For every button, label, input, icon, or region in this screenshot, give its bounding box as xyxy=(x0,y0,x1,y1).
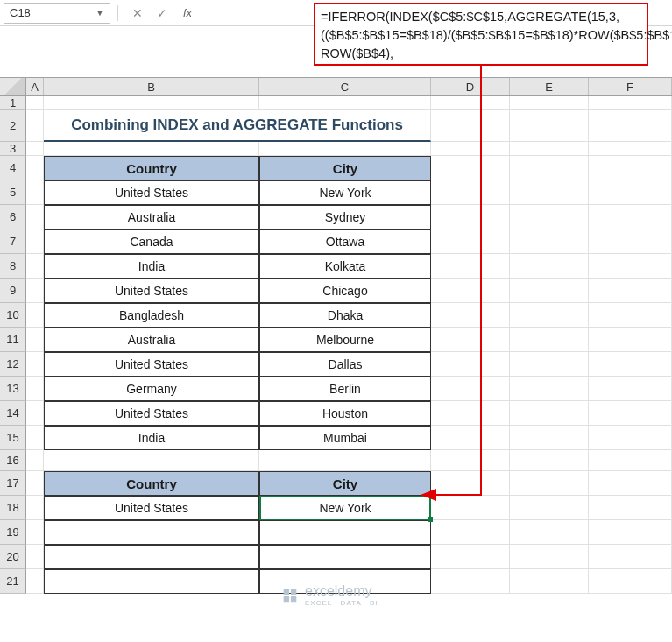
name-box[interactable]: C18 ▼ xyxy=(4,3,110,24)
t1-hdr-city[interactable]: City xyxy=(259,156,431,180)
watermark: exceldemy EXCEL · DATA · BI xyxy=(280,583,378,607)
cancel-formula-icon[interactable]: ✕ xyxy=(129,4,146,22)
col-header-E[interactable]: E xyxy=(510,78,589,95)
row-header-7[interactable]: 7 xyxy=(0,229,26,254)
row-headers: 1 2 3 4 5 6 7 8 9 10 11 12 13 14 15 16 1… xyxy=(0,96,26,594)
t2-r0-country[interactable]: United States xyxy=(44,496,259,520)
column-headers: A B C D E F xyxy=(0,77,672,96)
t1-r3-city[interactable]: Kolkata xyxy=(259,254,431,279)
col-header-B[interactable]: B xyxy=(44,78,259,95)
page-title: Combining INDEX and AGGREGATE Functions xyxy=(44,110,431,142)
callout-line-horizontal xyxy=(436,494,482,496)
t1-r8-city[interactable]: Berlin xyxy=(259,377,431,401)
row-header-17[interactable]: 17 xyxy=(0,471,26,496)
row-header-21[interactable]: 21 xyxy=(0,569,26,594)
row-header-16[interactable]: 16 xyxy=(0,450,26,471)
watermark-main: exceldemy xyxy=(305,583,371,598)
row-header-9[interactable]: 9 xyxy=(0,279,26,303)
spreadsheet: A B C D E F 1 2 3 4 5 6 7 8 9 10 11 12 1… xyxy=(0,77,672,642)
divider xyxy=(117,5,118,21)
t1-r2-country[interactable]: Canada xyxy=(44,229,259,254)
row-header-12[interactable]: 12 xyxy=(0,352,26,377)
t2-hdr-city[interactable]: City xyxy=(259,471,431,496)
row-header-18[interactable]: 18 xyxy=(0,496,26,520)
formula-bar-input[interactable]: =IFERROR(INDEX($C$5:$C$15,AGGREGATE(15,3… xyxy=(314,3,648,66)
t1-hdr-country[interactable]: Country xyxy=(44,156,259,180)
t2-r1-country[interactable] xyxy=(44,520,259,545)
row-header-14[interactable]: 14 xyxy=(0,401,26,426)
row-header-19[interactable]: 19 xyxy=(0,520,26,545)
t1-r5-country[interactable]: Bangladesh xyxy=(44,303,259,328)
name-box-value: C18 xyxy=(10,6,95,19)
t1-r4-country[interactable]: United States xyxy=(44,279,259,303)
row-header-2[interactable]: 2 xyxy=(0,110,26,142)
t2-r3-country[interactable] xyxy=(44,569,259,594)
t1-r0-country[interactable]: United States xyxy=(44,180,259,205)
t2-r2-city[interactable] xyxy=(259,545,431,569)
row-header-10[interactable]: 10 xyxy=(0,303,26,328)
t2-r1-city[interactable] xyxy=(259,520,431,545)
row-header-4[interactable]: 4 xyxy=(0,156,26,180)
callout-arrow-icon xyxy=(421,489,436,501)
t1-r7-city[interactable]: Dallas xyxy=(259,352,431,377)
t1-r4-city[interactable]: Chicago xyxy=(259,279,431,303)
t1-r2-city[interactable]: Ottawa xyxy=(259,229,431,254)
row-header-13[interactable]: 13 xyxy=(0,377,26,401)
t1-r1-country[interactable]: Australia xyxy=(44,205,259,229)
col-header-F[interactable]: F xyxy=(589,78,672,95)
grid-body: 1 2 3 4 5 6 7 8 9 10 11 12 13 14 15 16 1… xyxy=(0,96,672,594)
t1-r7-country[interactable]: United States xyxy=(44,352,259,377)
col-header-D[interactable]: D xyxy=(431,78,510,95)
selected-cell-C18[interactable]: New York xyxy=(259,496,431,520)
formula-text: =IFERROR(INDEX($C$5:$C$15,AGGREGATE(15,3… xyxy=(321,10,672,60)
row-header-6[interactable]: 6 xyxy=(0,205,26,229)
t1-r3-country[interactable]: India xyxy=(44,254,259,279)
t1-r10-country[interactable]: India xyxy=(44,426,259,450)
t2-hdr-country[interactable]: Country xyxy=(44,471,259,496)
t1-r9-city[interactable]: Houston xyxy=(259,401,431,426)
watermark-sub: EXCEL · DATA · BI xyxy=(305,599,378,607)
t2-r2-country[interactable] xyxy=(44,545,259,569)
row-header-1[interactable]: 1 xyxy=(0,96,26,110)
row-header-5[interactable]: 5 xyxy=(0,180,26,205)
col-header-A[interactable]: A xyxy=(26,78,44,95)
name-box-dropdown-icon[interactable]: ▼ xyxy=(95,8,104,18)
t1-r6-city[interactable]: Melbourne xyxy=(259,328,431,352)
callout-line-vertical xyxy=(480,66,482,495)
select-all-corner[interactable] xyxy=(0,78,26,95)
t1-r5-city[interactable]: Dhaka xyxy=(259,303,431,328)
t1-r0-city[interactable]: New York xyxy=(259,180,431,205)
t1-r10-city[interactable]: Mumbai xyxy=(259,426,431,450)
row-header-15[interactable]: 15 xyxy=(0,426,26,450)
row-header-20[interactable]: 20 xyxy=(0,545,26,569)
watermark-icon xyxy=(280,586,300,605)
fx-icon[interactable]: fx xyxy=(183,6,192,19)
row-header-3[interactable]: 3 xyxy=(0,142,26,156)
cells-area[interactable]: Combining INDEX and AGGREGATE Functions … xyxy=(26,96,672,594)
t1-r9-country[interactable]: United States xyxy=(44,401,259,426)
t1-r1-city[interactable]: Sydney xyxy=(259,205,431,229)
row-header-8[interactable]: 8 xyxy=(0,254,26,279)
t1-r8-country[interactable]: Germany xyxy=(44,377,259,401)
enter-formula-icon[interactable]: ✓ xyxy=(153,4,171,22)
col-header-C[interactable]: C xyxy=(259,78,431,95)
row-header-11[interactable]: 11 xyxy=(0,328,26,352)
t1-r6-country[interactable]: Australia xyxy=(44,328,259,352)
